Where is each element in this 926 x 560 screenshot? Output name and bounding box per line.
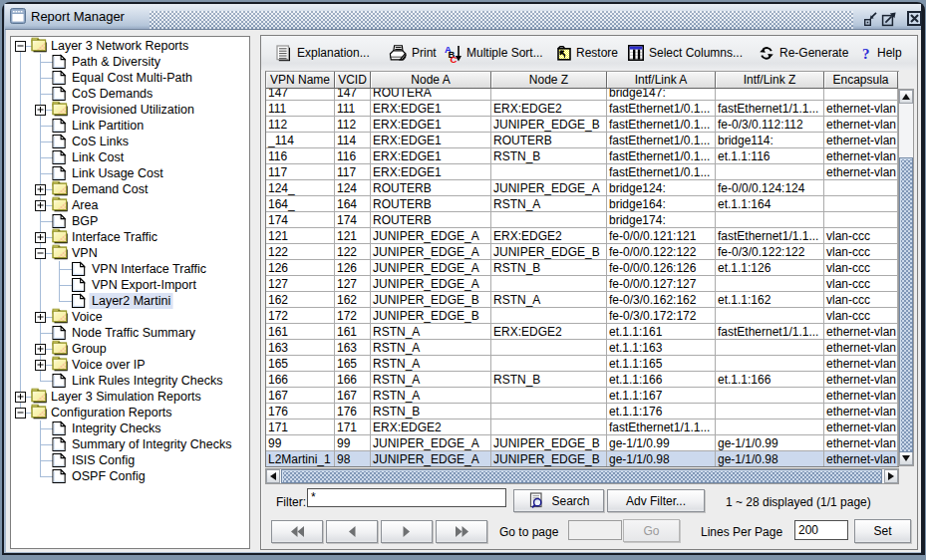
svg-text:VPN Interface Traffic: VPN Interface Traffic <box>92 262 206 276</box>
svg-text:C: C <box>451 53 458 63</box>
svg-text:CoS Demands: CoS Demands <box>72 87 153 101</box>
svg-text:OSPF Config: OSPF Config <box>72 469 146 483</box>
svg-text:?: ? <box>862 46 870 61</box>
svg-text:VPN Export-Import: VPN Export-Import <box>92 278 196 292</box>
svg-text:Link Rules Integrity Checks: Link Rules Integrity Checks <box>72 374 222 388</box>
svg-text:Voice: Voice <box>72 310 103 324</box>
svg-text:CoS Links: CoS Links <box>72 135 129 148</box>
svg-text:Node Traffic Summary: Node Traffic Summary <box>72 326 196 340</box>
svg-text:Link Usage Cost: Link Usage Cost <box>72 166 163 180</box>
svg-text:Layer 3 Simulation Reports: Layer 3 Simulation Reports <box>51 390 201 404</box>
svg-text:Layer 3 Network Reports: Layer 3 Network Reports <box>51 39 188 53</box>
svg-text:Area: Area <box>72 198 98 212</box>
svg-text:Demand Cost: Demand Cost <box>72 182 149 196</box>
svg-text:Path & Diversity: Path & Diversity <box>72 55 161 69</box>
svg-text:Link Partition: Link Partition <box>72 119 144 133</box>
svg-text:Provisioned Utilization: Provisioned Utilization <box>72 103 194 117</box>
svg-text:Configuration Reports: Configuration Reports <box>51 406 172 420</box>
svg-text:Interface Traffic: Interface Traffic <box>72 230 157 244</box>
svg-text:ISIS Config: ISIS Config <box>72 453 135 467</box>
svg-text:Layer2 Martini: Layer2 Martini <box>92 294 170 308</box>
svg-text:Equal Cost Multi-Path: Equal Cost Multi-Path <box>72 71 192 85</box>
svg-text:Integrity Checks: Integrity Checks <box>72 421 161 435</box>
svg-text:Summary of Integrity Checks: Summary of Integrity Checks <box>72 437 231 451</box>
svg-text:BGP: BGP <box>72 214 98 228</box>
svg-text:Voice over IP: Voice over IP <box>72 358 146 372</box>
svg-text:Group: Group <box>72 342 107 356</box>
svg-text:VPN: VPN <box>72 246 98 260</box>
svg-text:Link Cost: Link Cost <box>72 150 125 164</box>
